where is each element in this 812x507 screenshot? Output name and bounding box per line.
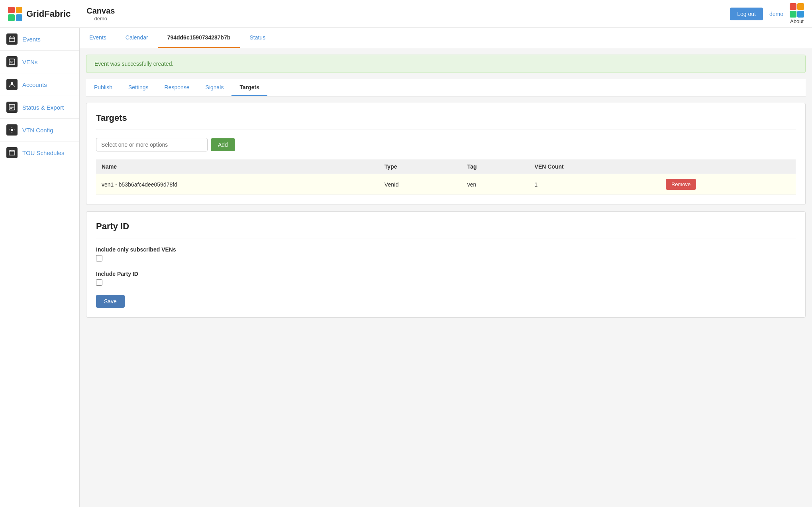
col-actions: [660, 159, 796, 174]
svg-rect-3: [797, 11, 804, 18]
include-party-id-group: Include Party ID: [96, 271, 796, 287]
sidebar-label-vens: VENs: [22, 59, 37, 65]
events-icon: [6, 33, 18, 45]
top-tab-events[interactable]: Events: [80, 28, 116, 48]
subscribed-vens-group: Include only subscribed VENs: [96, 246, 796, 263]
top-tab-status[interactable]: Status: [240, 28, 275, 48]
sub-tab-signals[interactable]: Signals: [198, 79, 232, 96]
about-area[interactable]: About: [790, 3, 804, 24]
main-layout: Events VEN VENs Accounts Status & Export…: [0, 28, 812, 507]
include-party-id-checkbox[interactable]: [96, 279, 102, 286]
sidebar-item-events[interactable]: Events: [0, 28, 79, 51]
sidebar-item-vtn-config[interactable]: VTN Config: [0, 119, 79, 141]
subscribed-vens-label: Include only subscribed VENs: [96, 246, 796, 253]
save-button[interactable]: Save: [96, 295, 125, 308]
table-header-row: Name Type Tag VEN Count: [96, 159, 796, 174]
canvas-subtitle: demo: [86, 16, 115, 22]
svg-rect-4: [9, 37, 15, 41]
add-target-row: Add: [96, 138, 796, 151]
sidebar-label-status-export: Status & Export: [22, 104, 64, 111]
status-export-icon: [6, 102, 18, 113]
app-header: GridFabric Canvas demo Log out demo Abou…: [0, 0, 812, 28]
sidebar-item-status-export[interactable]: Status & Export: [0, 96, 79, 119]
sub-tab-settings[interactable]: Settings: [120, 79, 157, 96]
sidebar-item-accounts[interactable]: Accounts: [0, 73, 79, 96]
top-tabs: Events Calendar 794dd6c1590734287b7b Sta…: [80, 28, 812, 48]
canvas-title: Canvas: [86, 6, 115, 16]
col-type: Type: [379, 159, 462, 174]
row-tag: ven: [462, 174, 529, 195]
svg-rect-1: [797, 3, 804, 10]
targets-title: Targets: [96, 113, 796, 130]
logout-button[interactable]: Log out: [730, 8, 763, 20]
target-input[interactable]: [96, 138, 208, 151]
svg-rect-10: [9, 151, 15, 155]
svg-rect-0: [790, 3, 796, 10]
sub-tabs: Publish Settings Response Signals Target…: [86, 79, 806, 96]
party-id-section: Party ID Include only subscribed VENs In…: [86, 211, 806, 318]
targets-table: Name Type Tag VEN Count ven1 - b53b6afc4…: [96, 159, 796, 195]
col-ven-count: VEN Count: [529, 159, 660, 174]
canvas-area: Canvas demo: [86, 6, 115, 22]
about-icon: [790, 3, 804, 18]
include-party-id-label: Include Party ID: [96, 271, 796, 277]
success-message: Event was successfully created.: [94, 61, 173, 67]
col-name: Name: [96, 159, 379, 174]
svg-point-7: [11, 82, 13, 84]
sidebar-item-vens[interactable]: VEN VENs: [0, 51, 79, 73]
row-name: ven1 - b53b6afc4dee059d78fd: [96, 174, 379, 195]
top-tab-calendar[interactable]: Calendar: [116, 28, 158, 48]
sidebar-item-tou-schedules[interactable]: TOU Schedules: [0, 141, 79, 164]
row-ven-count: 1: [529, 174, 660, 195]
about-label: About: [790, 18, 804, 24]
table-row: ven1 - b53b6afc4dee059d78fd VenId ven 1 …: [96, 174, 796, 195]
demo-link[interactable]: demo: [769, 11, 783, 17]
sidebar-label-tou-schedules: TOU Schedules: [22, 149, 65, 156]
vtn-config-icon: [6, 124, 18, 136]
tou-schedules-icon: [6, 147, 18, 158]
add-target-button[interactable]: Add: [211, 138, 235, 151]
svg-text:VEN: VEN: [10, 60, 15, 64]
vens-icon: VEN: [6, 56, 18, 67]
sub-tab-response[interactable]: Response: [157, 79, 198, 96]
sub-tab-targets[interactable]: Targets: [231, 79, 267, 96]
svg-point-9: [11, 129, 13, 131]
sidebar-label-accounts: Accounts: [22, 81, 47, 88]
logo-area: GridFabric: [8, 7, 71, 21]
main-content: Events Calendar 794dd6c1590734287b7b Sta…: [80, 28, 812, 507]
svg-rect-2: [790, 11, 796, 18]
header-actions: Log out demo About: [730, 3, 804, 24]
sidebar-label-events: Events: [22, 36, 41, 43]
sidebar-label-vtn-config: VTN Config: [22, 127, 53, 134]
row-type: VenId: [379, 174, 462, 195]
top-tab-event-id[interactable]: 794dd6c1590734287b7b: [158, 28, 240, 48]
success-banner: Event was successfully created.: [86, 55, 806, 73]
sidebar: Events VEN VENs Accounts Status & Export…: [0, 28, 80, 507]
party-id-title: Party ID: [96, 221, 796, 238]
targets-section: Targets Add Name Type Tag VEN Count: [86, 103, 806, 205]
logo-text: GridFabric: [26, 9, 71, 19]
subscribed-vens-checkbox[interactable]: [96, 255, 102, 261]
accounts-icon: [6, 79, 18, 90]
logo-icon: [8, 7, 22, 21]
col-tag: Tag: [462, 159, 529, 174]
remove-target-button[interactable]: Remove: [666, 179, 696, 190]
row-actions: Remove: [660, 174, 796, 195]
sub-tab-publish[interactable]: Publish: [86, 79, 120, 96]
